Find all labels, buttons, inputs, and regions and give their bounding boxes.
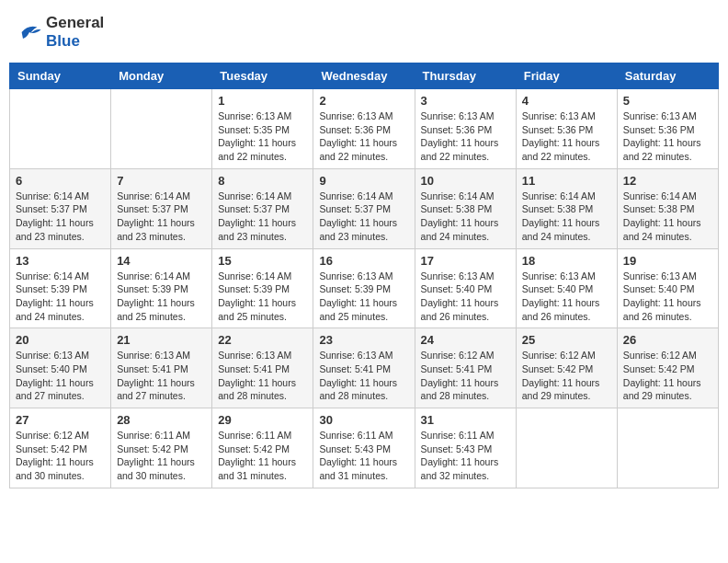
calendar-cell: 19Sunrise: 6:13 AMSunset: 5:40 PMDayligh… xyxy=(617,248,718,328)
day-info: Sunrise: 6:13 AMSunset: 5:40 PMDaylight:… xyxy=(16,349,105,403)
calendar-cell: 29Sunrise: 6:11 AMSunset: 5:42 PMDayligh… xyxy=(212,408,313,488)
day-number: 16 xyxy=(319,254,408,268)
calendar-cell: 30Sunrise: 6:11 AMSunset: 5:43 PMDayligh… xyxy=(313,408,415,488)
day-info: Sunrise: 6:13 AMSunset: 5:36 PMDaylight:… xyxy=(623,109,712,164)
weekday-header-monday: Monday xyxy=(111,63,212,89)
day-info: Sunrise: 6:11 AMSunset: 5:43 PMDaylight:… xyxy=(421,429,510,483)
calendar-week-row: 27Sunrise: 6:12 AMSunset: 5:42 PMDayligh… xyxy=(10,408,719,488)
calendar-cell: 14Sunrise: 6:14 AMSunset: 5:39 PMDayligh… xyxy=(111,248,212,328)
calendar-cell: 23Sunrise: 6:13 AMSunset: 5:41 PMDayligh… xyxy=(313,328,415,408)
calendar-cell: 7Sunrise: 6:14 AMSunset: 5:37 PMDaylight… xyxy=(111,168,212,248)
day-info: Sunrise: 6:13 AMSunset: 5:35 PMDaylight:… xyxy=(218,109,307,164)
calendar-cell: 27Sunrise: 6:12 AMSunset: 5:42 PMDayligh… xyxy=(10,408,111,488)
day-info: Sunrise: 6:11 AMSunset: 5:43 PMDaylight:… xyxy=(319,429,408,483)
calendar-cell: 2Sunrise: 6:13 AMSunset: 5:36 PMDaylight… xyxy=(313,89,415,169)
calendar-cell: 20Sunrise: 6:13 AMSunset: 5:40 PMDayligh… xyxy=(10,328,111,408)
logo-general: General xyxy=(46,14,104,31)
day-info: Sunrise: 6:11 AMSunset: 5:42 PMDaylight:… xyxy=(117,429,206,483)
day-info: Sunrise: 6:13 AMSunset: 5:40 PMDaylight:… xyxy=(623,270,712,324)
day-info: Sunrise: 6:13 AMSunset: 5:36 PMDaylight:… xyxy=(421,109,510,164)
day-info: Sunrise: 6:14 AMSunset: 5:37 PMDaylight:… xyxy=(218,190,307,244)
calendar-cell: 10Sunrise: 6:14 AMSunset: 5:38 PMDayligh… xyxy=(415,168,516,248)
calendar-cell xyxy=(617,408,718,488)
day-number: 31 xyxy=(421,413,510,427)
day-number: 9 xyxy=(319,174,408,188)
weekday-header-wednesday: Wednesday xyxy=(313,63,415,89)
calendar-cell: 26Sunrise: 6:12 AMSunset: 5:42 PMDayligh… xyxy=(617,328,718,408)
day-number: 4 xyxy=(522,94,611,108)
calendar-week-row: 20Sunrise: 6:13 AMSunset: 5:40 PMDayligh… xyxy=(10,328,719,408)
day-number: 22 xyxy=(218,333,307,347)
calendar-cell: 4Sunrise: 6:13 AMSunset: 5:36 PMDaylight… xyxy=(516,89,617,169)
day-number: 5 xyxy=(623,94,712,108)
day-number: 8 xyxy=(218,174,307,188)
calendar-cell: 24Sunrise: 6:12 AMSunset: 5:41 PMDayligh… xyxy=(415,328,516,408)
day-number: 10 xyxy=(421,174,510,188)
day-number: 30 xyxy=(319,413,408,427)
day-number: 12 xyxy=(623,174,712,188)
day-number: 28 xyxy=(117,413,206,427)
day-info: Sunrise: 6:13 AMSunset: 5:36 PMDaylight:… xyxy=(522,109,611,164)
day-number: 7 xyxy=(117,174,206,188)
logo-bird-icon xyxy=(17,23,42,41)
day-number: 14 xyxy=(117,254,206,268)
logo: General Blue xyxy=(17,14,104,51)
calendar-cell: 9Sunrise: 6:14 AMSunset: 5:37 PMDaylight… xyxy=(313,168,415,248)
day-info: Sunrise: 6:14 AMSunset: 5:38 PMDaylight:… xyxy=(623,190,712,244)
weekday-header-sunday: Sunday xyxy=(10,63,111,89)
weekday-header-friday: Friday xyxy=(516,63,617,89)
calendar-cell: 17Sunrise: 6:13 AMSunset: 5:40 PMDayligh… xyxy=(415,248,516,328)
calendar-cell: 12Sunrise: 6:14 AMSunset: 5:38 PMDayligh… xyxy=(617,168,718,248)
day-number: 13 xyxy=(16,254,105,268)
day-number: 20 xyxy=(16,333,105,347)
day-info: Sunrise: 6:14 AMSunset: 5:38 PMDaylight:… xyxy=(522,190,611,244)
calendar-cell: 22Sunrise: 6:13 AMSunset: 5:41 PMDayligh… xyxy=(212,328,313,408)
weekday-header-row: SundayMondayTuesdayWednesdayThursdayFrid… xyxy=(10,63,719,89)
day-info: Sunrise: 6:14 AMSunset: 5:39 PMDaylight:… xyxy=(218,270,307,324)
day-info: Sunrise: 6:13 AMSunset: 5:40 PMDaylight:… xyxy=(522,270,611,324)
day-number: 17 xyxy=(421,254,510,268)
day-info: Sunrise: 6:13 AMSunset: 5:36 PMDaylight:… xyxy=(319,109,408,164)
calendar-cell: 18Sunrise: 6:13 AMSunset: 5:40 PMDayligh… xyxy=(516,248,617,328)
calendar-week-row: 13Sunrise: 6:14 AMSunset: 5:39 PMDayligh… xyxy=(10,248,719,328)
day-number: 21 xyxy=(117,333,206,347)
calendar-cell: 3Sunrise: 6:13 AMSunset: 5:36 PMDaylight… xyxy=(415,89,516,169)
calendar-cell xyxy=(111,89,212,169)
calendar-cell: 13Sunrise: 6:14 AMSunset: 5:39 PMDayligh… xyxy=(10,248,111,328)
day-info: Sunrise: 6:14 AMSunset: 5:37 PMDaylight:… xyxy=(319,190,408,244)
calendar-table: SundayMondayTuesdayWednesdayThursdayFrid… xyxy=(9,63,719,488)
calendar-cell: 15Sunrise: 6:14 AMSunset: 5:39 PMDayligh… xyxy=(212,248,313,328)
weekday-header-saturday: Saturday xyxy=(617,63,718,89)
calendar-cell xyxy=(10,89,111,169)
calendar-cell: 16Sunrise: 6:13 AMSunset: 5:39 PMDayligh… xyxy=(313,248,415,328)
calendar-cell: 1Sunrise: 6:13 AMSunset: 5:35 PMDaylight… xyxy=(212,89,313,169)
day-number: 24 xyxy=(421,333,510,347)
weekday-header-thursday: Thursday xyxy=(415,63,516,89)
day-info: Sunrise: 6:12 AMSunset: 5:42 PMDaylight:… xyxy=(623,349,712,403)
day-number: 29 xyxy=(218,413,307,427)
day-number: 3 xyxy=(421,94,510,108)
day-number: 19 xyxy=(623,254,712,268)
day-info: Sunrise: 6:11 AMSunset: 5:42 PMDaylight:… xyxy=(218,429,307,483)
weekday-header-tuesday: Tuesday xyxy=(212,63,313,89)
day-number: 27 xyxy=(16,413,105,427)
calendar-cell: 31Sunrise: 6:11 AMSunset: 5:43 PMDayligh… xyxy=(415,408,516,488)
day-info: Sunrise: 6:12 AMSunset: 5:41 PMDaylight:… xyxy=(421,349,510,403)
day-number: 15 xyxy=(218,254,307,268)
day-info: Sunrise: 6:14 AMSunset: 5:37 PMDaylight:… xyxy=(117,190,206,244)
day-info: Sunrise: 6:14 AMSunset: 5:38 PMDaylight:… xyxy=(421,190,510,244)
calendar-cell xyxy=(516,408,617,488)
day-info: Sunrise: 6:14 AMSunset: 5:39 PMDaylight:… xyxy=(117,270,206,324)
day-number: 26 xyxy=(623,333,712,347)
day-info: Sunrise: 6:14 AMSunset: 5:37 PMDaylight:… xyxy=(16,190,105,244)
logo-blue: Blue xyxy=(46,32,80,50)
calendar-cell: 5Sunrise: 6:13 AMSunset: 5:36 PMDaylight… xyxy=(617,89,718,169)
day-info: Sunrise: 6:12 AMSunset: 5:42 PMDaylight:… xyxy=(16,429,105,483)
day-number: 6 xyxy=(16,174,105,188)
calendar-cell: 21Sunrise: 6:13 AMSunset: 5:41 PMDayligh… xyxy=(111,328,212,408)
day-info: Sunrise: 6:13 AMSunset: 5:40 PMDaylight:… xyxy=(421,270,510,324)
day-info: Sunrise: 6:13 AMSunset: 5:41 PMDaylight:… xyxy=(319,349,408,403)
calendar-cell: 11Sunrise: 6:14 AMSunset: 5:38 PMDayligh… xyxy=(516,168,617,248)
day-number: 1 xyxy=(218,94,307,108)
day-info: Sunrise: 6:12 AMSunset: 5:42 PMDaylight:… xyxy=(522,349,611,403)
